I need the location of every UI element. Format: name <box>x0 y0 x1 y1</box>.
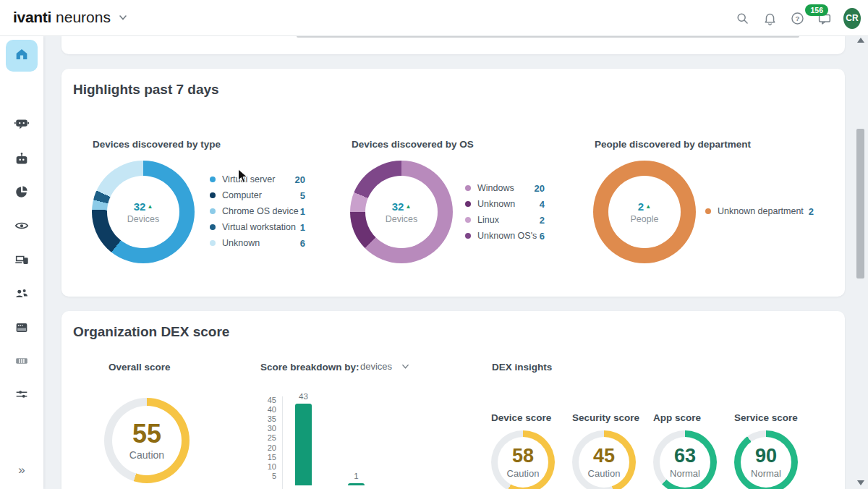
trend-up-icon: ▲ <box>147 203 153 210</box>
home-icon <box>14 46 30 65</box>
notifications-bell-icon[interactable] <box>761 9 778 27</box>
sidebar-item-bots[interactable] <box>6 145 38 177</box>
top-header: ivanti neurons ? CR 156 <box>0 0 868 36</box>
legend-item[interactable]: Chrome OS device1 <box>210 205 305 217</box>
app-logo[interactable]: ivanti neurons <box>13 9 128 26</box>
robot-icon <box>14 151 30 170</box>
donut-center: 32▲ Devices <box>107 176 179 248</box>
breakdown-selected-option: devices <box>360 361 392 372</box>
legend-people-by-department: Unknown department2 <box>705 205 814 221</box>
legend-item[interactable]: Windows20 <box>465 182 545 194</box>
y-axis-tick: 5 <box>260 472 276 480</box>
y-axis-tick: 10 <box>260 462 276 471</box>
service-score-block: Service score 90Normal <box>734 412 815 489</box>
dex-score-card: Organization DEX score Overall score 55 … <box>61 311 845 489</box>
legend-dot <box>705 208 711 214</box>
devices-icon <box>14 252 30 271</box>
legend-dot <box>210 224 216 230</box>
donut-devices-by-os[interactable]: 32▲ Devices <box>350 161 453 263</box>
legend-dot <box>210 192 216 198</box>
sidebar-item-people[interactable] <box>6 278 38 310</box>
bar[interactable] <box>348 483 365 485</box>
overall-score-gauge: 55 Caution <box>104 398 190 483</box>
bar-value-label: 1 <box>341 472 372 480</box>
donut-center: 32▲ Devices <box>365 176 438 248</box>
scrollbar-thumb[interactable] <box>856 129 864 278</box>
sidebar-expand-button[interactable]: » <box>6 459 38 481</box>
service-score-gauge: 90Normal <box>734 430 798 489</box>
chevron-down-icon[interactable] <box>118 12 128 22</box>
chat-bot-icon <box>14 116 30 135</box>
sidebar-item-home[interactable] <box>6 40 38 72</box>
sidebar-item-assistant[interactable] <box>6 109 38 141</box>
security-score-gauge: 45Caution <box>572 430 636 489</box>
security-score-block: Security score 45Caution <box>572 412 653 489</box>
scrollbar-up-arrow[interactable] <box>857 38 864 43</box>
device-score-gauge: 58Caution <box>491 430 555 489</box>
legend-dot <box>210 208 216 214</box>
chart-title-devices-by-type: Devices discovered by type <box>93 139 221 150</box>
legend-item[interactable]: Linux2 <box>465 214 545 226</box>
sliders-icon <box>14 386 30 405</box>
search-icon[interactable] <box>733 9 751 27</box>
app-score-block: App score 63Normal <box>653 412 734 489</box>
y-axis-tick: 40 <box>260 405 276 414</box>
score-breakdown-bar-chart[interactable]: 45403530252015105431 <box>260 391 492 489</box>
pie-chart-icon <box>14 184 30 203</box>
breakdown-select[interactable]: devices <box>360 361 410 372</box>
y-axis-tick: 15 <box>260 453 276 462</box>
y-axis-line <box>282 396 283 489</box>
legend-dot <box>465 217 471 223</box>
bar[interactable] <box>295 404 312 485</box>
overall-score-label: Overall score <box>109 362 171 373</box>
chart-title-people-by-department: People discovered by department <box>595 139 751 150</box>
app-score-gauge: 63Normal <box>653 430 717 489</box>
legend-item[interactable]: Unknown6 <box>210 237 305 249</box>
legend-item[interactable]: Virtual workstation1 <box>210 221 305 233</box>
legend-dot <box>465 233 471 239</box>
y-axis-tick: 30 <box>260 424 276 433</box>
sidebar-item-workspace[interactable] <box>6 313 38 345</box>
chevron-down-icon <box>401 362 410 371</box>
y-axis-tick: 35 <box>260 414 276 423</box>
legend-item[interactable]: Virtual server20 <box>210 174 305 185</box>
score-breakdown-label: Score breakdown by: <box>260 362 359 373</box>
eye-icon <box>14 218 30 237</box>
legend-devices-by-os: Windows20 Unknown4 Linux2 Unknown OS's6 <box>465 182 545 246</box>
donut-people-by-department[interactable]: 2▲ People <box>593 161 696 263</box>
sidebar-item-discovery[interactable] <box>6 211 38 243</box>
legend-item[interactable]: Computer5 <box>210 190 305 201</box>
legend-item[interactable]: Unknown department2 <box>705 205 814 217</box>
people-icon <box>14 285 30 304</box>
trend-up-icon: ▲ <box>645 203 651 210</box>
legend-dot <box>465 185 471 191</box>
trend-up-icon: ▲ <box>405 203 411 210</box>
user-avatar[interactable]: CR <box>843 9 861 27</box>
y-axis-tick: 25 <box>260 433 276 442</box>
highlights-card: Highlights past 7 days Devices discovere… <box>61 69 845 297</box>
device-score-block: Device score 58Caution <box>491 412 572 489</box>
donut-devices-by-type[interactable]: 32▲ Devices <box>92 161 195 263</box>
legend-dot <box>210 177 216 182</box>
sidebar-item-devices[interactable] <box>6 245 38 277</box>
dex-insights-label: DEX insights <box>492 362 552 373</box>
table-icon <box>14 353 30 372</box>
y-axis-tick: 20 <box>260 443 276 452</box>
highlights-title: Highlights past 7 days <box>73 82 219 98</box>
bar-value-label: 43 <box>288 392 319 401</box>
legend-dot <box>210 240 216 246</box>
chart-title-devices-by-os: Devices discovered by OS <box>352 139 474 150</box>
left-sidebar: » <box>0 36 43 489</box>
donut-center: 2▲ People <box>608 176 681 248</box>
help-icon[interactable]: ? <box>788 9 806 27</box>
logo-ivanti: ivanti <box>13 9 51 26</box>
dex-title: Organization DEX score <box>73 324 229 340</box>
overall-score-status: Caution <box>129 449 164 461</box>
scrollbar-down-arrow[interactable] <box>857 480 864 485</box>
sidebar-item-admin[interactable] <box>6 380 38 412</box>
sidebar-item-licenses[interactable] <box>6 346 38 378</box>
legend-item[interactable]: Unknown OS's6 <box>465 230 545 242</box>
notification-count-badge[interactable]: 156 <box>805 4 828 16</box>
legend-item[interactable]: Unknown4 <box>465 198 545 210</box>
sidebar-item-analytics[interactable] <box>6 177 38 209</box>
